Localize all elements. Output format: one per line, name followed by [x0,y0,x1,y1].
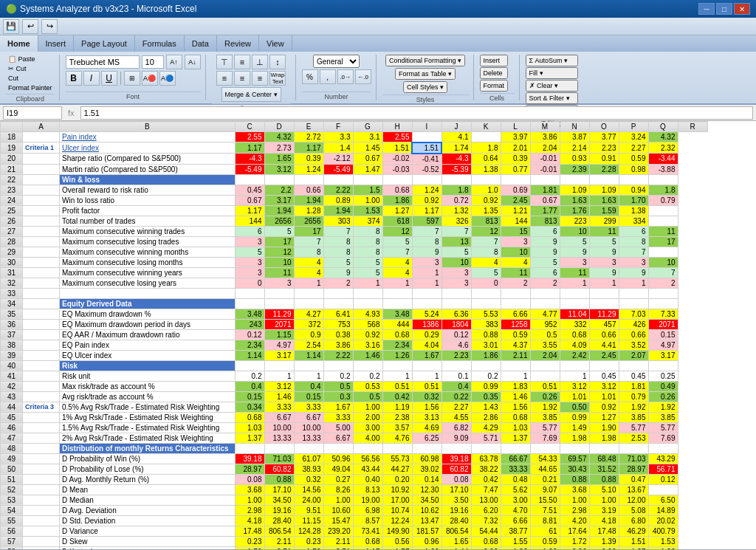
data-cell[interactable]: 69.57 [560,453,589,464]
table-row[interactable]: 20Sharpe ratio (Compared to S&P500)-4.31… [1,154,708,165]
data-cell[interactable]: 9 [560,247,589,257]
data-cell[interactable]: 2.32 [648,142,678,154]
data-cell[interactable]: 1.26 [382,350,412,360]
redo-button[interactable]: ↪ [41,19,58,34]
data-cell[interactable]: -5.39 [441,164,471,174]
data-cell[interactable] [264,360,294,371]
data-cell[interactable]: 1.01 [560,391,589,402]
data-cell[interactable]: 7 [294,236,323,247]
data-cell[interactable]: 4.18 [589,515,619,526]
data-cell[interactable]: 1.17 [294,142,323,154]
data-cell[interactable]: 0.5 [530,329,560,340]
table-row[interactable]: 35EQ Maximum drawdown %3.4811.294.276.41… [1,309,708,319]
data-cell[interactable]: 9 [412,247,441,257]
data-cell[interactable]: 1.56 [501,402,530,412]
table-row[interactable]: 26Total number of trades1442656265630337… [1,216,708,226]
data-cell[interactable]: 124.28 [294,526,323,536]
data-cell[interactable]: 4 [382,267,412,278]
data-cell[interactable]: -5.49 [323,164,353,174]
data-cell[interactable]: 0 [471,278,501,288]
data-cell[interactable]: 63.78 [471,453,501,464]
data-cell[interactable]: 8.81 [530,515,560,526]
data-cell[interactable]: -3.44 [648,154,678,165]
col-header-e[interactable]: E [294,122,323,132]
data-cell[interactable]: 3 [235,267,264,278]
data-cell[interactable] [323,174,353,185]
data-cell[interactable]: 2.73 [264,142,294,154]
data-cell[interactable] [294,174,323,185]
data-cell[interactable] [412,288,441,298]
data-cell[interactable] [648,247,678,257]
data-cell[interactable]: 2 [323,278,353,288]
data-cell[interactable]: 3.85 [619,412,648,422]
data-cell[interactable] [264,174,294,185]
data-cell[interactable]: 17 [264,236,294,247]
data-cell[interactable]: 806.54 [441,526,471,536]
data-cell[interactable]: 4.00 [353,433,382,443]
data-cell[interactable]: 0.39 [501,154,530,165]
data-cell[interactable]: 0.9 [294,329,323,340]
data-cell[interactable]: 1 [382,278,412,288]
delete-button[interactable]: Delete [480,67,509,79]
data-cell[interactable]: 38.22 [471,464,501,474]
data-cell[interactable]: 334 [619,216,648,226]
data-cell[interactable]: 1.92 [530,402,560,412]
data-cell[interactable]: 457 [589,319,619,329]
data-cell[interactable]: 8.26 [323,484,353,495]
data-cell[interactable]: 0.88 [264,474,294,484]
data-cell[interactable]: 0.12 [235,329,264,340]
tab-view[interactable]: View [259,35,292,52]
data-cell[interactable] [530,443,560,453]
data-cell[interactable] [560,443,589,453]
data-cell[interactable]: 14.56 [294,484,323,495]
data-cell[interactable]: 181.57 [412,526,441,536]
maximize-button[interactable]: □ [716,3,732,15]
tab-data[interactable]: Data [185,35,217,52]
table-row[interactable]: 19Criteria 1Ulcer index1.172.731.171.41.… [1,142,708,154]
data-cell[interactable]: 3.85 [530,412,560,422]
col-header-c[interactable]: C [235,122,264,132]
data-cell[interactable]: 3 [441,278,471,288]
format-painter-button[interactable]: Format Painter [6,83,55,92]
data-cell[interactable]: 0.23 [294,536,323,546]
data-cell[interactable]: 0.12 [648,474,678,484]
data-cell[interactable]: 0.08 [441,474,471,484]
format-as-table-button[interactable]: Format as Table ▾ [395,68,456,80]
data-cell[interactable]: 11 [589,226,619,236]
data-cell[interactable]: 372 [294,319,323,329]
data-cell[interactable]: 0.68 [471,536,501,546]
table-row[interactable]: 44Criteria 30.5% Avg Rsk/Trade - Estimat… [1,402,708,412]
data-cell[interactable]: 1.28 [294,205,323,216]
table-row[interactable]: 55D Std. Deviation4.1828.4011.1515.478.5… [1,515,708,526]
data-cell[interactable] [530,174,560,185]
data-cell[interactable]: 54.44 [471,526,501,536]
percent-button[interactable]: % [302,69,318,84]
data-cell[interactable]: 1.17 [412,205,441,216]
comma-button[interactable]: , [320,69,336,84]
data-cell[interactable]: 1.00 [235,495,264,505]
align-left-button[interactable]: ≡ [216,71,233,86]
decrease-decimal-button[interactable]: ←.0 [355,69,371,84]
data-cell[interactable] [589,174,619,185]
data-cell[interactable]: 2071 [264,319,294,329]
data-cell[interactable]: 10 [441,257,471,267]
data-cell[interactable]: 1.03 [501,422,530,433]
data-cell[interactable]: 34.50 [412,495,441,505]
table-row[interactable]: 42Max risk/trade as account %0.43.120.40… [1,381,708,391]
data-cell[interactable]: 3 [235,257,264,267]
data-cell[interactable]: 12 [264,247,294,257]
data-cell[interactable]: 1.24 [412,185,441,195]
data-cell[interactable] [619,288,648,298]
title-bar-controls[interactable]: ─ □ ✕ [698,3,750,15]
data-cell[interactable]: 56.71 [648,464,678,474]
data-cell[interactable]: 1.76 [560,205,589,216]
data-cell[interactable]: 1.49 [560,422,589,433]
data-cell[interactable] [235,443,264,453]
autosum-button[interactable]: Σ AutoSum ▾ [526,55,578,66]
table-row[interactable]: 53D Median1.0034.5024.001.0019.0017.0034… [1,495,708,505]
data-cell[interactable]: 4.6 [441,340,471,350]
table-row[interactable]: 36EQ Maximum drawdown period in days2432… [1,319,708,329]
data-cell[interactable]: 0.08 [235,474,264,484]
col-header-n[interactable]: N [560,122,589,132]
data-cell[interactable]: 239.20 [323,526,353,536]
